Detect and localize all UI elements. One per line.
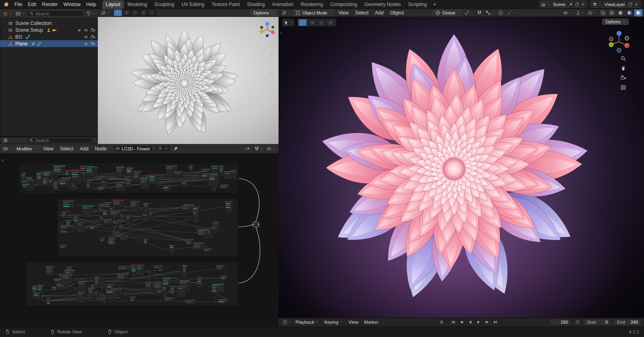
close-icon[interactable] [634,2,639,7]
zoom-icon[interactable] [620,55,626,62]
node-tree-type-dropdown[interactable]: Modifier [14,146,39,152]
scene-selector[interactable]: Scene [539,1,587,8]
navigation-gizmo[interactable]: X Y Z [608,31,630,53]
menu-add[interactable]: Add [77,146,91,152]
transform-orientation-dropdown[interactable]: Global [433,10,462,16]
select-invert-button[interactable] [326,19,335,26]
select-extend-button[interactable] [122,10,131,16]
select-extend-button[interactable] [308,19,316,26]
snap-target-dropdown[interactable] [463,10,475,16]
snap-toggle[interactable] [253,146,264,152]
filter-button[interactable] [85,9,96,18]
outliner-row-plane[interactable]: Plane [0,40,98,47]
camera-view-icon[interactable] [268,61,275,67]
new-view-layer-icon[interactable] [628,2,633,7]
pan-hand-icon[interactable] [268,51,275,58]
node-graph-canvas[interactable] [0,154,279,327]
preview-viewport-canvas[interactable] [98,17,279,144]
editor-type-button[interactable] [2,137,13,144]
editor-type-button[interactable] [2,144,13,153]
add-workspace-button[interactable]: + [431,0,439,9]
shading-wireframe-button[interactable] [608,9,616,16]
pin-icon[interactable] [568,2,573,7]
select-subtract-button[interactable] [131,10,139,16]
properties-search[interactable] [26,138,93,143]
select-set-button[interactable] [299,19,307,26]
frame-end-field[interactable]: End 240 [613,319,642,325]
expand-icon[interactable] [3,29,6,32]
snap-toggle[interactable] [475,10,483,16]
hide-in-viewport-icon[interactable] [84,28,89,33]
tab-scripting[interactable]: Scripting [405,0,431,9]
menu-object[interactable]: Object [387,10,407,16]
tab-rendering[interactable]: Rendering [297,0,326,9]
menu-file[interactable]: File [12,2,25,7]
region-expand-icon[interactable] [279,31,283,35]
tab-geometry-nodes[interactable]: Geometry Nodes [361,0,405,9]
hide-in-viewport-icon[interactable] [84,41,89,46]
menu-playback[interactable]: Playback [293,320,322,325]
tab-uv-editing[interactable]: UV Editing [178,0,208,9]
shading-material-button[interactable] [625,9,634,16]
duplicate-data-icon[interactable] [158,146,162,151]
region-expand-icon[interactable] [99,29,102,33]
tab-compositing[interactable]: Compositing [326,0,361,9]
pin-button[interactable] [171,146,180,152]
current-frame-field[interactable]: 160 [550,319,572,325]
hide-in-viewport-icon[interactable] [84,35,89,39]
view-layer-selector[interactable]: ViewLayer [590,1,641,8]
navigation-gizmo[interactable] [259,22,275,38]
toggle-perspective-icon[interactable] [620,84,626,90]
jump-to-end-button[interactable] [491,319,499,325]
select-subtract-button[interactable] [317,19,326,26]
properties-search-input[interactable] [35,138,90,143]
gizmos-dropdown[interactable] [574,10,586,16]
overlays-dropdown[interactable] [586,10,598,16]
toggle-perspective-icon[interactable] [268,71,275,77]
frame-start-field[interactable]: Start 0 [583,319,611,325]
select-invert-button[interactable] [139,10,148,16]
mode-dropdown[interactable]: Object Mode [293,10,334,16]
tab-layout[interactable]: Layout [102,0,124,9]
new-scene-icon[interactable] [574,2,579,7]
display-mode-button[interactable] [14,9,26,18]
menu-edit[interactable]: Edit [25,2,39,7]
menu-render[interactable]: Render [39,2,60,7]
play-reverse-button[interactable] [466,319,474,325]
proportional-editing-toggle[interactable] [497,10,505,16]
menu-view[interactable]: View [40,146,56,152]
node-tree-name-field[interactable]: LC3D - Flower [113,145,171,152]
shading-solid-button[interactable] [617,9,625,16]
menu-view[interactable]: View [335,10,351,16]
auto-keying-toggle[interactable] [438,319,445,325]
object-visibility-dropdown[interactable] [561,10,573,16]
use-preview-range-toggle[interactable] [574,319,581,325]
select-set-button[interactable] [114,10,122,16]
select-intersect-button[interactable] [148,10,156,16]
disable-in-renders-icon[interactable] [91,41,95,46]
tab-modeling[interactable]: Modeling [124,0,151,9]
expand-icon[interactable] [3,42,6,45]
options-button[interactable]: Options [602,18,629,25]
editor-type-button[interactable] [281,318,293,327]
pan-hand-icon[interactable] [620,65,626,71]
viewport-canvas[interactable] [279,17,644,318]
outliner-search-input[interactable] [35,11,81,16]
jump-to-start-button[interactable] [449,319,457,325]
tab-shading[interactable]: Shading [244,0,268,9]
tab-texture-paint[interactable]: Texture Paint [208,0,244,9]
outliner-row-scene-setup[interactable]: Scene Setup [0,27,98,33]
blender-logo-icon[interactable] [3,1,9,7]
expand-icon[interactable] [3,35,6,39]
camera-view-icon[interactable] [620,75,626,81]
shading-rendered-button[interactable] [634,9,642,16]
proportional-falloff-dropdown[interactable] [506,10,517,16]
fake-user-icon[interactable] [152,146,156,151]
outliner-search[interactable] [27,10,84,16]
menu-select[interactable]: Select [57,146,76,152]
xray-toggle[interactable] [599,10,607,16]
disable-in-renders-icon[interactable] [91,28,95,33]
menu-help[interactable]: Help [83,2,99,7]
snap-settings-dropdown[interactable] [484,10,496,16]
disable-in-renders-icon[interactable] [91,35,95,39]
